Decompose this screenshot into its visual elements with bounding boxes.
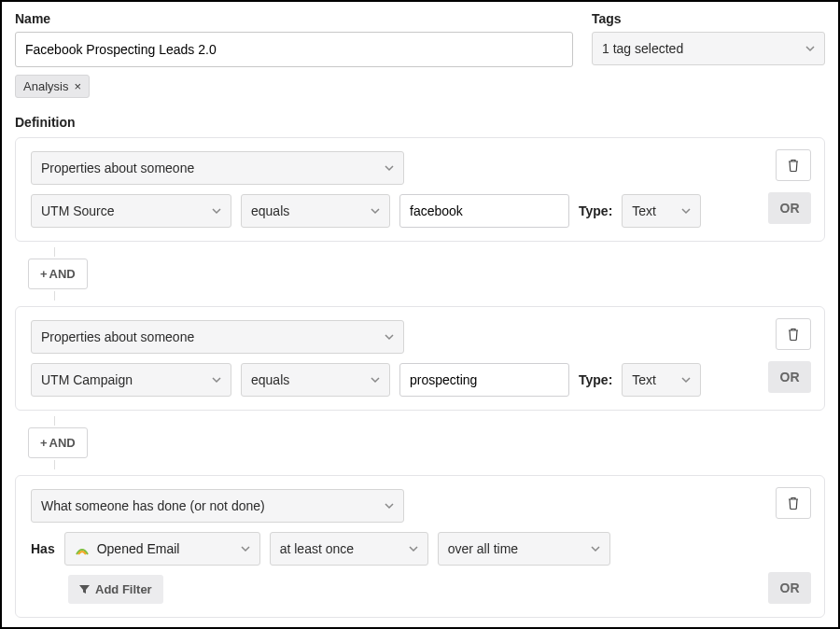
and-connector: + AND <box>28 416 825 469</box>
trash-icon <box>788 496 799 510</box>
trash-icon <box>788 159 799 172</box>
operator-select[interactable]: equals <box>241 363 390 397</box>
type-label: Type: <box>579 372 612 387</box>
frequency-select[interactable]: at least once <box>270 532 428 566</box>
property-text: UTM Source <box>41 203 115 218</box>
chevron-down-icon <box>591 544 600 553</box>
delete-button[interactable] <box>776 487 811 519</box>
and-button[interactable]: + AND <box>28 259 88 289</box>
type-label: Type: <box>579 203 612 218</box>
operator-text: equals <box>251 203 289 218</box>
chevron-down-icon <box>681 206 691 216</box>
condition-type-text: Properties about someone <box>41 329 194 344</box>
activity-select[interactable]: Opened Email <box>64 532 260 566</box>
value-input[interactable] <box>399 194 569 228</box>
chevron-down-icon <box>409 544 418 553</box>
tag-chip-analysis[interactable]: Analysis × <box>15 75 90 98</box>
condition-type-text: What someone has done (or not done) <box>41 498 265 513</box>
activity-text: Opened Email <box>97 541 180 556</box>
tag-chip-label: Analysis <box>23 79 68 93</box>
and-button[interactable]: + AND <box>28 427 88 458</box>
condition-card: OR What someone has done (or not done) H… <box>15 475 825 618</box>
condition-type-text: Properties about someone <box>41 161 194 175</box>
condition-card: OR Properties about someone UTM Source e… <box>15 137 825 242</box>
chevron-down-icon <box>212 375 221 384</box>
operator-text: equals <box>251 372 289 387</box>
condition-type-select[interactable]: Properties about someone <box>31 151 404 185</box>
name-label: Name <box>15 11 573 26</box>
condition-card: OR Properties about someone UTM Campaign… <box>15 306 825 411</box>
property-select[interactable]: UTM Source <box>31 194 231 228</box>
condition-type-select[interactable]: Properties about someone <box>31 320 404 354</box>
value-type-text: Text <box>632 372 656 387</box>
or-button[interactable]: OR <box>768 572 811 604</box>
chevron-down-icon <box>371 206 380 216</box>
chevron-down-icon <box>385 163 394 173</box>
condition-type-select[interactable]: What someone has done (or not done) <box>31 489 404 523</box>
definition-label: Definition <box>15 115 825 130</box>
chevron-down-icon <box>385 332 394 342</box>
tags-select[interactable]: 1 tag selected <box>592 32 825 65</box>
timeframe-text: over all time <box>448 541 518 556</box>
or-button[interactable]: OR <box>768 192 811 224</box>
value-type-select[interactable]: Text <box>622 194 701 228</box>
klaviyo-icon <box>75 542 90 555</box>
tags-label: Tags <box>592 11 825 26</box>
timeframe-select[interactable]: over all time <box>438 532 610 566</box>
chevron-down-icon <box>681 375 691 384</box>
or-button[interactable]: OR <box>768 361 811 393</box>
has-label: Has <box>31 541 55 556</box>
value-input[interactable] <box>399 363 569 397</box>
add-filter-button[interactable]: Add Filter <box>68 575 163 604</box>
tags-select-text: 1 tag selected <box>602 41 683 56</box>
tag-remove-icon[interactable]: × <box>74 79 81 93</box>
trash-icon <box>788 328 799 341</box>
property-text: UTM Campaign <box>41 372 133 387</box>
chevron-down-icon <box>385 501 394 510</box>
operator-select[interactable]: equals <box>241 194 390 228</box>
property-select[interactable]: UTM Campaign <box>31 363 231 397</box>
value-type-select[interactable]: Text <box>622 363 701 397</box>
and-connector: + AND <box>28 247 825 301</box>
frequency-text: at least once <box>280 541 354 556</box>
delete-button[interactable] <box>776 318 811 350</box>
name-input[interactable] <box>15 32 573 67</box>
chevron-down-icon <box>805 44 815 53</box>
chevron-down-icon <box>371 375 380 384</box>
value-type-text: Text <box>632 203 656 218</box>
filter-icon <box>79 584 90 594</box>
delete-button[interactable] <box>776 149 811 181</box>
chevron-down-icon <box>212 206 221 216</box>
chevron-down-icon <box>241 544 250 553</box>
